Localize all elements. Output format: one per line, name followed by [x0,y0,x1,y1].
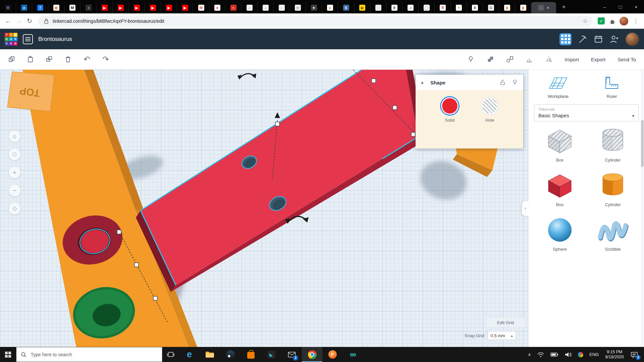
hide-shape-bulb-icon[interactable] [511,79,519,86]
hole-option[interactable]: Hole [479,98,500,123]
browser-profile-avatar[interactable] [620,17,628,25]
browser-tab[interactable]: ⠿ [435,2,451,13]
mirror-button[interactable] [543,54,554,65]
browser-menu-icon[interactable]: ⋮ [630,17,641,24]
snap-grid-dropdown[interactable]: 0.5 mm ▴ [488,331,516,340]
clock[interactable]: 9:15 PM 8/18/2020 [602,347,627,362]
shape-tile-red-box[interactable]: Box [533,171,586,207]
workplane-top-tile[interactable]: TOP [7,72,54,111]
window-close-button[interactable]: × [628,0,644,13]
extensions-puzzle-icon[interactable] [609,18,615,24]
sidebar-scrollbar[interactable] [641,70,644,347]
app-mail[interactable]: 2 [281,347,302,362]
shape-tile-hole-cylinder[interactable]: Cylinder [586,126,639,163]
browser-tab[interactable]: ♪ [274,2,290,13]
browser-tab[interactable]: ▮ [499,2,515,13]
browser-tab[interactable]: ▶ [113,2,129,13]
zoom-out-button[interactable]: − [9,185,20,196]
solid-option[interactable]: Solid [439,98,460,123]
browser-tab[interactable]: G [483,2,499,13]
import-button[interactable]: Import [562,54,581,65]
browser-tab[interactable]: S [338,2,354,13]
browser-tab[interactable]: ▮ [515,2,531,13]
shape-tile-sphere[interactable]: Sphere [533,215,586,252]
browser-tab[interactable]: ♪ [258,2,274,13]
browser-tab[interactable]: ▶ [177,2,193,13]
app-chrome[interactable] [302,347,322,362]
user-avatar[interactable] [625,32,639,46]
app-edge[interactable]: e [179,347,200,362]
paste-button[interactable] [25,54,36,65]
new-tab-button[interactable]: + [559,2,569,12]
browser-tab[interactable]: ◯ [419,2,435,13]
edit-grid-button[interactable]: Edit Grid [487,318,524,327]
app-infinity[interactable]: ∞ [343,347,363,362]
tray-app-icon[interactable] [575,347,586,362]
browser-tab[interactable]: ⚙ [0,2,16,13]
app-game-launcher[interactable]: ◣ [261,347,281,362]
app-fl-studio[interactable]: F [322,347,343,362]
network-icon[interactable] [534,347,547,362]
duplicate-button[interactable] [44,54,55,65]
browser-tab[interactable]: ▪ [225,2,241,13]
sidebar-collapse-handle[interactable]: › [522,201,529,216]
hole-swatch[interactable] [482,98,497,114]
forward-button[interactable]: → [13,16,24,26]
undo-button[interactable]: ↶ [81,54,93,65]
browser-tab[interactable]: ▤ [290,2,306,13]
ungroup-button[interactable] [504,54,516,65]
calendar-icon[interactable] [594,35,603,44]
invite-person-icon[interactable] [609,35,619,44]
tab-close-icon[interactable]: × [546,5,549,10]
browser-tab[interactable]: ♪ [241,2,258,13]
taskbar-search[interactable] [16,347,162,362]
design-title[interactable]: Brontosaurus [38,36,72,43]
browser-tab[interactable]: ★ [306,2,322,13]
send-to-button[interactable]: Send To [615,54,638,65]
browser-tab[interactable]: ◉ [354,2,370,13]
browser-tab[interactable]: ▶ [161,2,177,13]
perspective-toggle-button[interactable]: ◇ [9,203,20,215]
browser-tab[interactable]: ‖ [467,2,483,13]
solid-swatch[interactable] [442,98,458,114]
blocks-mode-icon[interactable] [559,33,572,45]
app-file-explorer[interactable] [200,347,220,362]
bricks-mode-icon[interactable] [578,34,588,44]
browser-tab[interactable]: M [193,2,209,13]
rotate-handle-top[interactable] [237,73,256,80]
redo-button[interactable]: ↷ [100,54,111,65]
delete-button[interactable] [62,54,74,65]
battery-icon[interactable] [547,347,561,362]
browser-tab[interactable]: ▶ [145,2,161,13]
language-indicator[interactable]: ENG [586,347,602,362]
browser-tab[interactable]: ▶ [129,2,145,13]
reload-button[interactable]: ↻ [24,16,35,26]
workplane-tool[interactable]: Workplane [531,75,585,99]
browser-tab[interactable]: ✦ [451,2,467,13]
omnibox[interactable]: tinkercad.com/things/b6BfwcXqxPY-brontos… [38,16,592,26]
shape-tile-scribble[interactable]: Scribble [586,215,639,252]
shape-tile-orange-cylinder[interactable]: Cylinder [586,171,639,207]
browser-tab[interactable] [370,2,386,13]
browser-tab-active[interactable]: ◌× [531,2,556,13]
group-button[interactable] [485,54,496,65]
tray-expand-caret[interactable]: ∧ [525,347,534,362]
shape-library-dropdown[interactable]: Tinkercad Basic Shapes ▾ [534,104,639,121]
browser-tab[interactable]: ▦ [48,2,64,13]
copy-button[interactable] [6,54,17,65]
design-menu-icon[interactable] [23,34,33,44]
browser-tab[interactable]: ▶ [97,2,113,13]
browser-tab[interactable]: ◑ [80,2,97,13]
task-view-button[interactable] [162,347,179,362]
browser-tab[interactable]: o [16,2,32,13]
view-home-button[interactable]: ⌂ [9,130,20,142]
search-input[interactable] [30,352,158,358]
tinkercad-logo[interactable]: TINKERCAD [5,33,17,46]
bookmark-star-icon[interactable]: ☆ [583,17,588,24]
browser-tab[interactable]: ● [209,2,225,13]
browser-tab[interactable]: u [322,2,338,13]
window-maximize-button[interactable]: □ [612,0,628,13]
lock-shape-icon[interactable] [499,79,506,86]
browser-tab[interactable]: ‖ [386,2,402,13]
show-all-bulb-icon[interactable] [465,54,477,65]
